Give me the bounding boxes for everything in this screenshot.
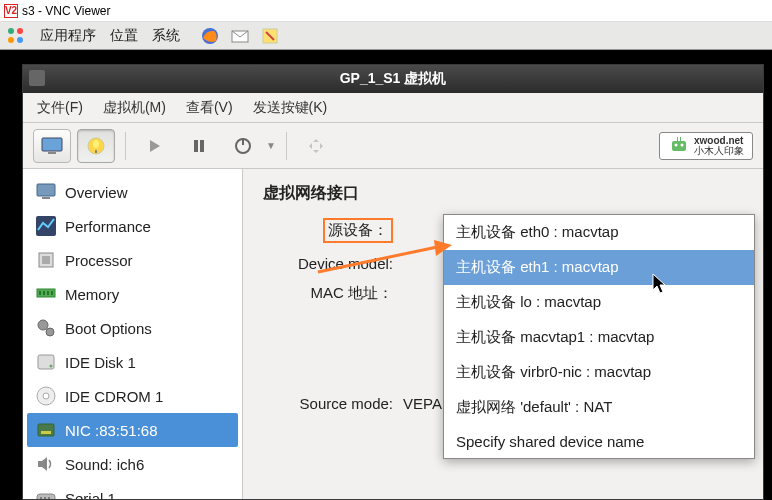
gears-icon: [35, 317, 57, 339]
section-title: 虚拟网络接口: [263, 183, 743, 204]
details-button[interactable]: [77, 129, 115, 163]
svg-point-17: [675, 143, 678, 146]
gnome-panel: 应用程序 位置 系统: [0, 22, 772, 50]
desktop: 应用程序 位置 系统 GP_1_S1 虚拟机 文件(F) 虚拟机(M) 查看(V…: [0, 22, 772, 500]
svg-point-32: [46, 328, 54, 336]
svg-rect-19: [677, 137, 678, 141]
sidebar-item-disk[interactable]: IDE Disk 1: [27, 345, 238, 379]
svg-point-40: [40, 497, 42, 499]
svg-point-34: [50, 365, 53, 368]
sidebar-item-label: Performance: [65, 218, 151, 235]
note-icon[interactable]: [260, 26, 280, 46]
disk-icon: [35, 351, 57, 373]
mac-address-label: MAC 地址：: [263, 284, 403, 303]
menu-system[interactable]: 系统: [152, 27, 180, 45]
sidebar-item-label: IDE Disk 1: [65, 354, 136, 371]
pause-button[interactable]: [180, 129, 218, 163]
sidebar-item-ram[interactable]: Memory: [27, 277, 238, 311]
svg-rect-20: [680, 137, 681, 141]
svg-rect-37: [38, 424, 54, 436]
svg-rect-39: [37, 494, 55, 499]
sidebar-item-graph[interactable]: Performance: [27, 209, 238, 243]
source-device-label: 源设备：: [323, 218, 393, 243]
sidebar-item-nic[interactable]: NIC :83:51:68: [27, 413, 238, 447]
sidebar-item-label: Sound: ich6: [65, 456, 144, 473]
dropdown-option[interactable]: 主机设备 eth0 : macvtap: [444, 215, 754, 250]
svg-point-18: [681, 143, 684, 146]
sidebar-item-label: Memory: [65, 286, 119, 303]
menu-places[interactable]: 位置: [110, 27, 138, 45]
svg-point-31: [38, 320, 48, 330]
source-mode-value: VEPA: [403, 395, 442, 412]
menu-applications[interactable]: 应用程序: [40, 27, 96, 45]
svg-point-0: [8, 28, 14, 34]
logo-line2: 小木人印象: [694, 146, 744, 156]
sidebar-item-sound[interactable]: Sound: ich6: [27, 447, 238, 481]
dropdown-option[interactable]: 主机设备 virbr0-nic : macvtap: [444, 355, 754, 390]
menu-vm[interactable]: 虚拟机(M): [103, 99, 166, 117]
svg-point-2: [8, 37, 14, 43]
vnc-titlebar: V2 s3 - VNC Viewer: [0, 0, 772, 22]
play-button[interactable]: [136, 129, 174, 163]
chevron-down-icon[interactable]: ▼: [266, 140, 276, 151]
console-button[interactable]: [33, 129, 71, 163]
sound-icon: [35, 453, 57, 475]
ram-icon: [35, 283, 57, 305]
dropdown-option[interactable]: Specify shared device name: [444, 425, 754, 458]
sidebar-item-monitor[interactable]: Overview: [27, 175, 238, 209]
monitor-icon: [35, 181, 57, 203]
svg-rect-11: [95, 150, 97, 153]
menu-sendkey[interactable]: 发送按键(K): [253, 99, 328, 117]
vm-title-text: GP_1_S1 虚拟机: [340, 70, 447, 88]
serial-icon: [35, 487, 57, 499]
svg-rect-25: [42, 256, 50, 264]
firefox-icon[interactable]: [200, 26, 220, 46]
menu-view[interactable]: 查看(V): [186, 99, 233, 117]
fullscreen-button[interactable]: [297, 129, 335, 163]
svg-rect-38: [41, 431, 51, 434]
source-device-dropdown[interactable]: 主机设备 eth0 : macvtap主机设备 eth1 : macvtap主机…: [443, 214, 755, 459]
sidebar-item-label: Processor: [65, 252, 133, 269]
menu-file[interactable]: 文件(F): [37, 99, 83, 117]
dropdown-option[interactable]: 主机设备 eth1 : macvtap: [444, 250, 754, 285]
sidebar-item-label: Boot Options: [65, 320, 152, 337]
svg-rect-21: [37, 184, 55, 196]
vm-titlebar[interactable]: GP_1_S1 虚拟机: [23, 65, 763, 93]
svg-rect-22: [42, 197, 50, 199]
mail-icon[interactable]: [230, 26, 250, 46]
svg-rect-13: [200, 140, 204, 152]
vnc-title-text: s3 - VNC Viewer: [22, 4, 110, 18]
device-model-label: Device model:: [263, 255, 403, 272]
svg-point-42: [48, 497, 50, 499]
source-mode-label: Source mode:: [263, 395, 403, 412]
svg-point-10: [93, 140, 99, 148]
sidebar-item-label: IDE CDROM 1: [65, 388, 163, 405]
vm-menubar: 文件(F) 虚拟机(M) 查看(V) 发送按键(K): [23, 93, 763, 123]
sidebar-item-cpu[interactable]: Processor: [27, 243, 238, 277]
launcher-icon[interactable]: [6, 26, 26, 46]
svg-rect-7: [42, 138, 62, 151]
dropdown-option[interactable]: 主机设备 macvtap1 : macvtap: [444, 320, 754, 355]
vnc-app-icon: V2: [4, 4, 18, 18]
svg-point-41: [44, 497, 46, 499]
svg-point-1: [17, 28, 23, 34]
power-button[interactable]: [224, 129, 262, 163]
robot-icon: [668, 135, 690, 157]
nic-icon: [35, 419, 57, 441]
sidebar-item-serial[interactable]: Serial 1: [27, 481, 238, 499]
svg-rect-30: [51, 291, 53, 295]
dropdown-option[interactable]: 虚拟网络 'default' : NAT: [444, 390, 754, 425]
svg-point-36: [43, 393, 49, 399]
svg-point-3: [17, 37, 23, 43]
svg-rect-28: [43, 291, 45, 295]
svg-rect-15: [242, 138, 244, 145]
graph-icon: [35, 215, 57, 237]
svg-rect-8: [48, 152, 56, 154]
svg-rect-27: [39, 291, 41, 295]
sidebar-item-cd[interactable]: IDE CDROM 1: [27, 379, 238, 413]
svg-rect-12: [194, 140, 198, 152]
dropdown-option[interactable]: 主机设备 lo : macvtap: [444, 285, 754, 320]
sidebar-item-gears[interactable]: Boot Options: [27, 311, 238, 345]
device-sidebar: OverviewPerformanceProcessorMemoryBoot O…: [23, 169, 243, 499]
svg-rect-16: [672, 141, 686, 151]
